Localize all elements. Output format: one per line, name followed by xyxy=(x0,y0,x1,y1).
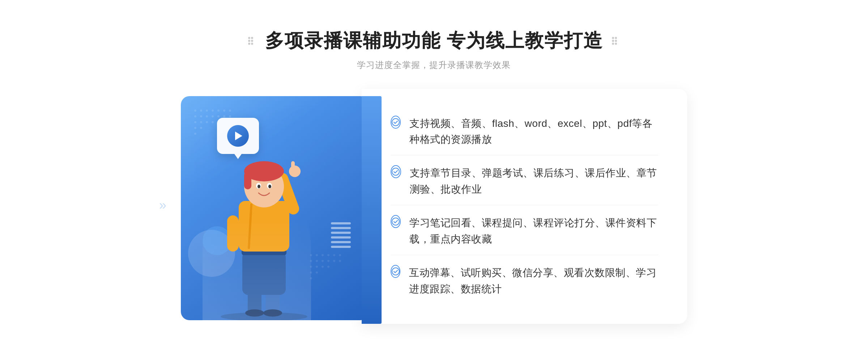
header-deco-left xyxy=(246,35,258,47)
svg-point-10 xyxy=(612,43,614,45)
svg-point-23 xyxy=(212,115,214,117)
check-icon-2 xyxy=(391,165,401,178)
header-title-row: 多项录播课辅助功能 专为线上教学打造 xyxy=(246,28,622,53)
svg-point-7 xyxy=(615,37,617,39)
svg-point-25 xyxy=(223,115,225,117)
header-section: 多项录播课辅助功能 专为线上教学打造 学习进度全掌握，提升录播课教学效果 xyxy=(246,28,622,71)
svg-point-24 xyxy=(217,115,220,117)
svg-point-73 xyxy=(392,119,399,126)
svg-point-8 xyxy=(612,40,614,42)
svg-point-18 xyxy=(223,110,225,112)
svg-point-27 xyxy=(194,121,196,123)
feature-text-2: 支持章节目录、弹题考试、课后练习、课后作业、章节测验、批改作业 xyxy=(410,165,658,198)
main-title: 多项录播课辅助功能 专为线上教学打造 xyxy=(265,28,603,53)
svg-point-3 xyxy=(251,40,253,42)
svg-point-2 xyxy=(248,40,250,42)
svg-point-14 xyxy=(200,110,202,112)
svg-point-44 xyxy=(333,260,335,262)
check-icon-3 xyxy=(391,215,401,228)
svg-point-30 xyxy=(212,121,214,123)
svg-point-75 xyxy=(392,218,399,225)
svg-point-13 xyxy=(194,110,196,112)
blue-side-panel xyxy=(362,96,382,324)
feature-item-3: 学习笔记回看、课程提问、课程评论打分、课件资料下载，重点内容收藏 xyxy=(391,208,658,255)
svg-text:»: » xyxy=(159,198,166,213)
feature-item-2: 支持章节目录、弹题考试、课后练习、课后作业、章节测验、批改作业 xyxy=(391,158,658,205)
svg-point-74 xyxy=(392,168,399,175)
header-subtitle: 学习进度全掌握，提升录播课教学效果 xyxy=(246,59,622,71)
svg-point-0 xyxy=(248,37,250,39)
illustration-area xyxy=(181,89,369,324)
svg-point-9 xyxy=(615,40,617,42)
svg-point-29 xyxy=(206,121,208,123)
svg-point-21 xyxy=(200,115,202,117)
svg-point-16 xyxy=(212,110,214,112)
svg-point-76 xyxy=(392,268,399,275)
svg-point-39 xyxy=(339,254,341,256)
feature-text-1: 支持视频、音频、flash、word、excel、ppt、pdf等各种格式的资源… xyxy=(409,116,658,148)
check-icon-4 xyxy=(391,265,400,278)
stripes-decoration xyxy=(331,222,351,248)
svg-point-4 xyxy=(248,43,250,45)
light-ray xyxy=(203,176,311,320)
svg-point-28 xyxy=(200,121,202,123)
svg-point-19 xyxy=(229,110,231,112)
svg-point-17 xyxy=(217,110,220,112)
check-icon-1 xyxy=(391,116,401,129)
feature-text-3: 学习笔记回看、课程提问、课程评论打分、课件资料下载，重点内容收藏 xyxy=(409,215,658,248)
main-content: » xyxy=(181,89,687,324)
svg-point-5 xyxy=(251,43,253,45)
page-wrapper: 多项录播课辅助功能 专为线上教学打造 学习进度全掌握，提升录播课教学效果 » xyxy=(0,28,868,324)
header-deco-right xyxy=(610,35,622,47)
svg-point-11 xyxy=(615,43,617,45)
svg-point-45 xyxy=(339,260,341,262)
feature-text-4: 互动弹幕、试听购买、微信分享、观看次数限制、学习进度跟踪、数据统计 xyxy=(409,265,658,297)
feature-item-1: 支持视频、音频、flash、word、excel、ppt、pdf等各种格式的资源… xyxy=(391,108,658,156)
features-area: 支持视频、音频、flash、word、excel、ppt、pdf等各种格式的资源… xyxy=(362,89,687,324)
svg-point-20 xyxy=(194,115,196,117)
svg-point-38 xyxy=(333,254,335,256)
feature-item-4: 互动弹幕、试听购买、微信分享、观看次数限制、学习进度跟踪、数据统计 xyxy=(391,258,658,305)
illustration-background xyxy=(181,96,369,320)
svg-point-1 xyxy=(251,37,253,39)
svg-point-15 xyxy=(206,110,208,112)
left-arrows-decoration: » xyxy=(159,196,177,217)
svg-point-22 xyxy=(206,115,208,117)
svg-rect-64 xyxy=(291,161,295,172)
svg-point-6 xyxy=(612,37,614,39)
svg-point-26 xyxy=(229,115,231,117)
